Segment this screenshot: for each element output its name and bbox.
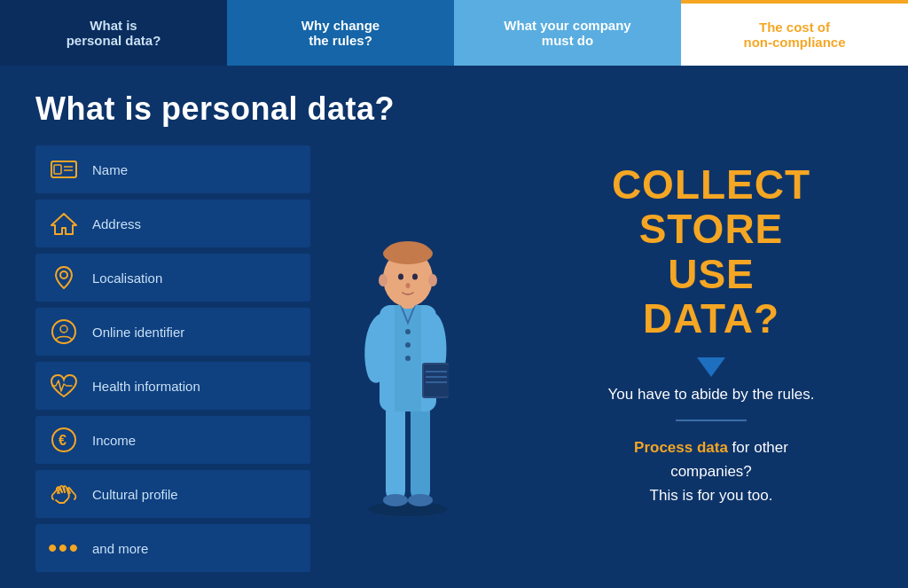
cultural-profile-label: Cultural profile (92, 487, 178, 502)
right-column: COLLECTSTOREUSEDATA? You have to abide b… (550, 90, 873, 570)
svg-rect-21 (424, 365, 449, 396)
divider (676, 419, 747, 421)
nav-item-company-must-do[interactable]: What your company must do (454, 0, 681, 66)
list-item: Localisation (35, 254, 310, 302)
svg-point-11 (368, 502, 448, 516)
svg-marker-4 (51, 214, 76, 234)
left-column: What is personal data? Name (35, 90, 532, 570)
list-item: € Income (35, 416, 310, 464)
online-identifier-label: Online identifier (92, 325, 184, 340)
health-information-label: Health information (92, 379, 200, 394)
list-item: Address (35, 200, 310, 247)
arrow-down-icon (697, 357, 725, 377)
page-title: What is personal data? (35, 90, 532, 128)
person-figure (319, 145, 497, 518)
id-card-icon (48, 153, 80, 185)
main-content: What is personal data? Name (0, 66, 908, 588)
svg-point-29 (379, 274, 387, 286)
svg-point-33 (406, 283, 411, 288)
localisation-label: Localisation (92, 270, 162, 286)
house-icon (48, 208, 80, 239)
and-more-label: and more (92, 541, 148, 556)
list-item: Online identifier (35, 308, 310, 356)
data-list: Name Address (35, 145, 310, 572)
process-data-text: Process data for othercompanies?This is … (634, 435, 788, 508)
svg-point-17 (405, 329, 411, 334)
svg-point-32 (412, 274, 418, 280)
svg-rect-13 (411, 403, 430, 500)
list-item: Name (35, 145, 310, 193)
list-item: Health information (35, 362, 310, 410)
health-icon (48, 370, 80, 402)
list-item: ••• and more (35, 524, 310, 572)
nav-bar: What is personal data? Why change the ru… (0, 0, 908, 66)
income-label: Income (92, 433, 136, 448)
nav-item-personal-data[interactable]: What is personal data? (0, 0, 227, 66)
svg-point-5 (60, 271, 67, 278)
svg-rect-0 (51, 161, 76, 177)
svg-text:€: € (59, 433, 67, 448)
svg-point-18 (405, 342, 411, 348)
hands-icon (48, 478, 80, 510)
name-label: Name (92, 162, 128, 177)
process-data-label: Process data (634, 439, 728, 456)
svg-point-14 (383, 494, 408, 506)
dots-icon: ••• (48, 532, 80, 564)
address-label: Address (92, 216, 141, 231)
person-circle-icon (48, 316, 80, 348)
euro-icon: € (48, 424, 80, 456)
svg-point-19 (405, 356, 411, 361)
list-item: Cultural profile (35, 470, 310, 518)
svg-rect-1 (54, 165, 61, 174)
svg-point-8 (60, 325, 67, 333)
data-items-area: Name Address (35, 145, 532, 572)
abide-text: You have to abide by the rules. (608, 384, 815, 405)
svg-point-28 (387, 241, 429, 259)
nav-item-why-change[interactable]: Why change the rules? (227, 0, 454, 66)
pin-icon (48, 262, 80, 294)
svg-point-30 (428, 274, 437, 286)
svg-point-15 (408, 494, 433, 506)
svg-point-31 (398, 274, 403, 280)
collect-store-use-data: COLLECTSTOREUSEDATA? (612, 162, 810, 341)
nav-item-cost[interactable]: The cost of non-compliance (681, 0, 908, 66)
svg-rect-12 (386, 403, 405, 500)
